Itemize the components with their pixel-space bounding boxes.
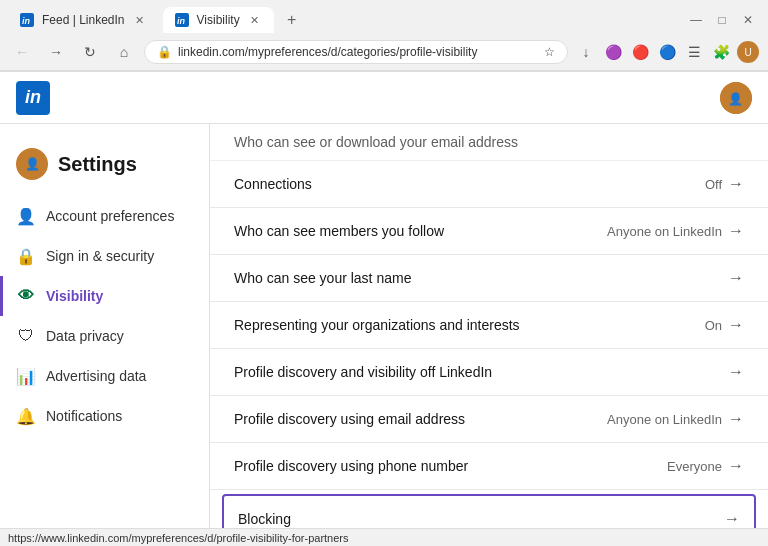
linkedin-logo[interactable]: in xyxy=(16,81,50,115)
tab-label-feed: Feed | LinkedIn xyxy=(42,13,125,27)
sidebar-item-signin[interactable]: 🔒 Sign in & security xyxy=(0,236,209,276)
row-right-discovery-email: Anyone on LinkedIn → xyxy=(607,410,744,428)
row-arrow-representing: → xyxy=(728,316,744,334)
row-label-follow: Who can see members you follow xyxy=(234,223,444,239)
privacy-icon: 🛡 xyxy=(16,326,36,346)
tab-label-visibility: Visibility xyxy=(197,13,240,27)
row-follow[interactable]: Who can see members you follow Anyone on… xyxy=(210,208,768,255)
sidebar-item-account[interactable]: 👤 Account preferences xyxy=(0,196,209,236)
row-value-connections: Off xyxy=(705,177,722,192)
row-arrow-lastname: → xyxy=(728,269,744,287)
avatar[interactable]: 👤 xyxy=(720,82,752,114)
browser-titlebar: in Feed | LinkedIn ✕ in Visibility ✕ + —… xyxy=(0,0,768,34)
sidebar-item-privacy[interactable]: 🛡 Data privacy xyxy=(0,316,209,356)
window-controls: — □ ✕ xyxy=(684,11,760,29)
svg-text:in: in xyxy=(177,16,186,26)
tab-favicon-feed: in xyxy=(20,13,34,27)
tab-favicon-visibility: in xyxy=(175,13,189,27)
profile-icon[interactable]: U xyxy=(736,40,760,64)
maximize-button[interactable]: □ xyxy=(710,11,734,29)
sidebar-item-notifications[interactable]: 🔔 Notifications xyxy=(0,396,209,436)
tab-close-visibility[interactable]: ✕ xyxy=(248,13,262,27)
content-inner: Who can see or download your email addre… xyxy=(210,124,768,546)
row-lastname[interactable]: Who can see your last name → xyxy=(210,255,768,302)
status-url: https://www.linkedin.com/mypreferences/d… xyxy=(8,532,349,544)
settings-title: Settings xyxy=(58,153,137,176)
status-bar: https://www.linkedin.com/mypreferences/d… xyxy=(0,528,768,546)
signin-icon: 🔒 xyxy=(16,246,36,266)
row-right-discovery-off: → xyxy=(722,363,744,381)
row-value-discovery-email: Anyone on LinkedIn xyxy=(607,412,722,427)
row-right-discovery-phone: Everyone → xyxy=(667,457,744,475)
address-bar[interactable]: 🔒 linkedin.com/mypreferences/d/categorie… xyxy=(144,40,568,64)
sidebar-label-visibility: Visibility xyxy=(46,288,103,304)
reload-button[interactable]: ↻ xyxy=(76,38,104,66)
settings-header: 👤 Settings xyxy=(0,140,209,196)
account-icon: 👤 xyxy=(16,206,36,226)
row-label-discovery-email: Profile discovery using email address xyxy=(234,411,465,427)
settings-avatar: 👤 xyxy=(16,148,48,180)
row-arrow-discovery-phone: → xyxy=(728,457,744,475)
extension-icon-4[interactable]: 🔵 xyxy=(655,40,679,64)
close-button[interactable]: ✕ xyxy=(736,11,760,29)
browser-tab-visibility[interactable]: in Visibility ✕ xyxy=(163,7,274,33)
row-discovery-email[interactable]: Profile discovery using email address An… xyxy=(210,396,768,443)
tab-close-feed[interactable]: ✕ xyxy=(133,13,147,27)
back-button[interactable]: ← xyxy=(8,38,36,66)
row-label-lastname: Who can see your last name xyxy=(234,270,411,286)
row-arrow-follow: → xyxy=(728,222,744,240)
home-button[interactable]: ⌂ xyxy=(110,38,138,66)
row-right-follow: Anyone on LinkedIn → xyxy=(607,222,744,240)
row-value-representing: On xyxy=(705,318,722,333)
bookmark-icon: ☆ xyxy=(544,45,555,59)
svg-text:👤: 👤 xyxy=(728,91,743,106)
partial-top-row: Who can see or download your email addre… xyxy=(210,124,768,161)
row-representing[interactable]: Representing your organizations and inte… xyxy=(210,302,768,349)
svg-text:in: in xyxy=(22,16,31,26)
logo-text: in xyxy=(25,87,41,108)
extension-icon-3[interactable]: 🔴 xyxy=(628,40,652,64)
row-label-discovery-off: Profile discovery and visibility off Lin… xyxy=(234,364,492,380)
forward-button[interactable]: → xyxy=(42,38,70,66)
content-area[interactable]: Who can see or download your email addre… xyxy=(210,124,768,546)
advertising-icon: 📊 xyxy=(16,366,36,386)
extension-icon-5[interactable]: ☰ xyxy=(682,40,706,64)
url-text: linkedin.com/mypreferences/d/categories/… xyxy=(178,45,538,59)
top-nav: in 👤 xyxy=(0,72,768,124)
row-label-blocking: Blocking xyxy=(238,511,291,527)
row-arrow-discovery-off: → xyxy=(728,363,744,381)
nav-right: 👤 xyxy=(720,82,752,114)
row-discovery-off[interactable]: Profile discovery and visibility off Lin… xyxy=(210,349,768,396)
toolbar-icons: ↓ 🟣 🔴 🔵 ☰ 🧩 U xyxy=(574,40,760,64)
minimize-button[interactable]: — xyxy=(684,11,708,29)
row-right-connections: Off → xyxy=(705,175,744,193)
sidebar-label-advertising: Advertising data xyxy=(46,368,146,384)
sidebar: 👤 Settings 👤 Account preferences 🔒 Sign … xyxy=(0,124,210,546)
extension-icon-1[interactable]: ↓ xyxy=(574,40,598,64)
extension-icon-2[interactable]: 🟣 xyxy=(601,40,625,64)
browser-tab-feed[interactable]: in Feed | LinkedIn ✕ xyxy=(8,7,159,33)
partial-top-text: Who can see or download your email addre… xyxy=(234,134,518,150)
sidebar-item-advertising[interactable]: 📊 Advertising data xyxy=(0,356,209,396)
row-label-connections: Connections xyxy=(234,176,312,192)
sidebar-label-notifications: Notifications xyxy=(46,408,122,424)
sidebar-item-visibility[interactable]: 👁 Visibility xyxy=(0,276,209,316)
browser-toolbar: ← → ↻ ⌂ 🔒 linkedin.com/mypreferences/d/c… xyxy=(0,34,768,71)
row-connections[interactable]: Connections Off → xyxy=(210,161,768,208)
row-right-blocking: → xyxy=(718,510,740,528)
row-discovery-phone[interactable]: Profile discovery using phone number Eve… xyxy=(210,443,768,490)
sidebar-label-signin: Sign in & security xyxy=(46,248,154,264)
row-arrow-connections: → xyxy=(728,175,744,193)
row-value-discovery-phone: Everyone xyxy=(667,459,722,474)
row-arrow-blocking: → xyxy=(724,510,740,528)
main-layout: 👤 Settings 👤 Account preferences 🔒 Sign … xyxy=(0,124,768,546)
row-right-representing: On → xyxy=(705,316,744,334)
sidebar-label-account: Account preferences xyxy=(46,208,174,224)
row-arrow-discovery-email: → xyxy=(728,410,744,428)
new-tab-button[interactable]: + xyxy=(278,6,306,34)
extensions-puzzle-icon[interactable]: 🧩 xyxy=(709,40,733,64)
row-value-follow: Anyone on LinkedIn xyxy=(607,224,722,239)
visibility-icon: 👁 xyxy=(16,286,36,306)
row-label-discovery-phone: Profile discovery using phone number xyxy=(234,458,468,474)
lock-icon: 🔒 xyxy=(157,45,172,59)
